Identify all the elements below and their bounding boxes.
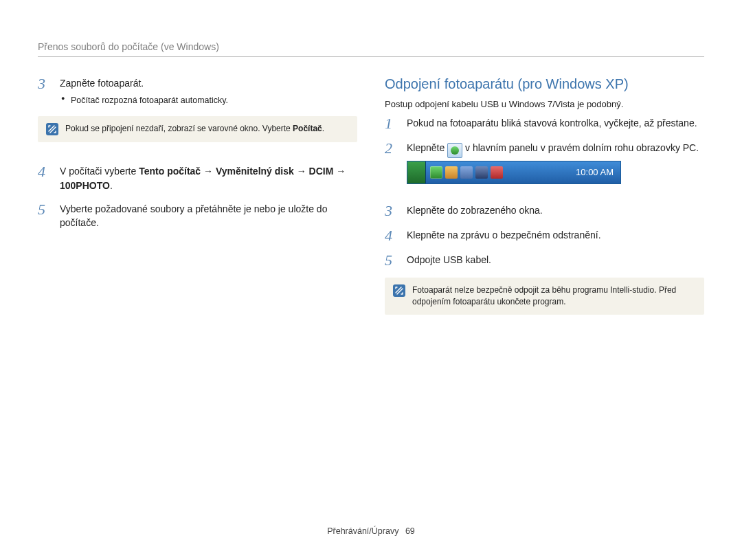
step-text: Odpojte USB kabel. [407, 253, 704, 267]
r-step-3: 3 Klepněte do zobrazeného okna. [385, 203, 704, 219]
step-text: Vyberte požadované soubory a přetáhněte … [60, 202, 357, 230]
note-bold: Počítač [293, 124, 322, 133]
t: V počítači vyberte [60, 166, 139, 177]
left-column: 3 Zapněte fotoaparát. Počítač rozpozná f… [38, 76, 357, 327]
page-footer: Přehrávání/Úpravy 69 [0, 526, 742, 536]
step-number: 3 [385, 203, 397, 219]
t: Vyměnitelný disk [216, 166, 294, 177]
section-title: Odpojení fotoaparátu (pro Windows XP) [385, 76, 704, 92]
step-3: 3 Zapněte fotoaparát. Počítač rozpozná f… [38, 76, 357, 155]
step-bullets: Počítač rozpozná fotoaparát automaticky. [60, 94, 357, 107]
r-step-1: 1 Pokud na fotoaparátu bliká stavová kon… [385, 116, 704, 131]
r-step-5: 5 Odpojte USB kabel. [385, 253, 704, 268]
step-4: 4 V počítači vyberte Tento počítač → Vym… [38, 164, 357, 192]
content-columns: 3 Zapněte fotoaparát. Počítač rozpozná f… [38, 76, 704, 327]
safely-remove-icon [447, 143, 462, 158]
r-step-4: 4 Klepněte na zprávu o bezpečném odstran… [385, 228, 704, 243]
tray-icon [491, 166, 503, 179]
tray-icon [475, 166, 488, 179]
t: . [110, 180, 113, 191]
step-text: Pokud na fotoaparátu bliká stavová kontr… [407, 116, 704, 130]
note-text: Pokud se připojení nezdaří, zobrazí se v… [65, 123, 349, 135]
step-number: 1 [385, 116, 397, 131]
note-line: Pokud se připojení nezdaří, zobrazí se v… [65, 124, 293, 133]
step-number: 4 [385, 228, 397, 243]
page-header: Přenos souborů do počítače (ve Windows) [38, 41, 704, 57]
note-icon [393, 284, 405, 297]
taskbar-screenshot: 10:00 AM [407, 161, 621, 184]
step-number: 5 [38, 202, 50, 217]
step-text: Klepněte na zprávu o bezpečném odstraněn… [407, 228, 704, 242]
t: → [333, 166, 346, 177]
manual-page: Přenos souborů do počítače (ve Windows) … [0, 0, 742, 560]
note-icon [46, 123, 58, 135]
note-box: Pokud se připojení nezdaří, zobrazí se v… [38, 116, 357, 142]
t: 100PHOTO [60, 180, 110, 191]
step-number: 3 [38, 76, 50, 91]
step-text: Klepněte v hlavním panelu v pravém dolní… [407, 141, 704, 194]
t: DCIM [309, 166, 334, 177]
note-text: Fotoaparát nelze bezpečně odpojit za běh… [412, 284, 696, 308]
tray-icon [460, 166, 473, 179]
t: Klepněte [407, 142, 447, 153]
step-number: 4 [38, 164, 50, 179]
bullet-item: Počítač rozpozná fotoaparát automaticky. [61, 94, 357, 107]
t: v hlavním panelu v pravém dolním rohu ob… [462, 142, 699, 153]
footer-section: Přehrávání/Úpravy [327, 526, 398, 536]
t: → [294, 166, 309, 177]
note-suffix: . [322, 124, 324, 133]
start-button-edge [407, 161, 426, 183]
tray-icon [445, 166, 458, 179]
step-text: Klepněte do zobrazeného okna. [407, 203, 704, 217]
r-step-2: 2 Klepněte v hlavním panelu v pravém dol… [385, 141, 704, 194]
system-tray [426, 166, 569, 179]
t: Tento počítač [139, 166, 201, 177]
step-text: V počítači vyberte Tento počítač → Vyměn… [60, 164, 357, 192]
right-column: Odpojení fotoaparátu (pro Windows XP) Po… [385, 76, 704, 327]
t: → [201, 166, 216, 177]
step-number: 2 [385, 141, 397, 156]
section-intro: Postup odpojení kabelu USB u Windows 7/V… [385, 99, 704, 109]
safely-remove-tray-icon [430, 166, 442, 179]
step-title: Zapněte fotoaparát. [60, 78, 144, 89]
footer-page-number: 69 [405, 526, 415, 536]
step-number: 5 [385, 253, 397, 268]
taskbar-clock: 10:00 AM [569, 166, 620, 179]
step-5: 5 Vyberte požadované soubory a přetáhnět… [38, 202, 357, 230]
note-box: Fotoaparát nelze bezpečně odpojit za běh… [385, 278, 704, 315]
step-text: Zapněte fotoaparát. Počítač rozpozná fot… [60, 76, 357, 155]
